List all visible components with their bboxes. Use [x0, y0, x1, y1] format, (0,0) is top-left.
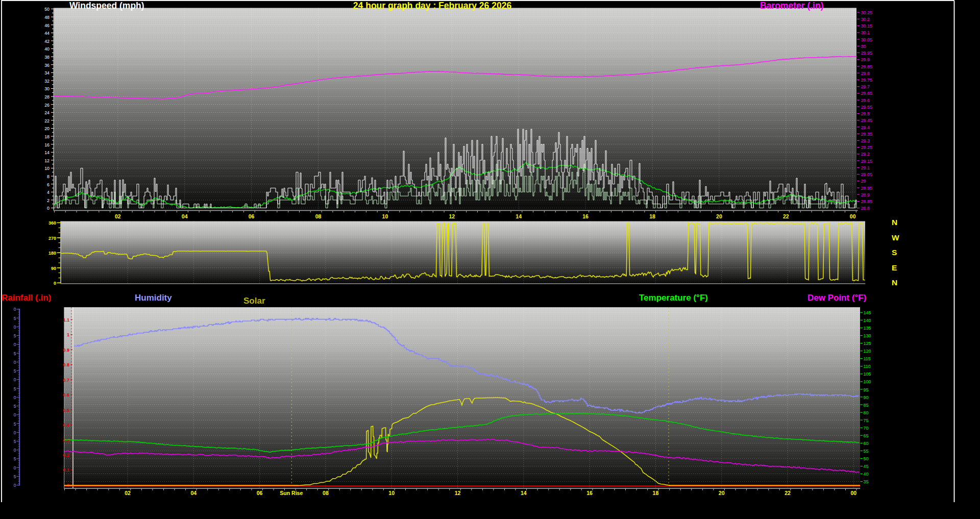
svg-text:N: N	[892, 278, 897, 287]
svg-text:28.85: 28.85	[861, 199, 873, 204]
svg-text:55: 55	[864, 449, 869, 454]
svg-text:360: 360	[48, 220, 56, 226]
svg-text:29.35: 29.35	[861, 132, 873, 137]
svg-text:60: 60	[864, 441, 869, 446]
svg-text:8: 8	[47, 174, 50, 179]
svg-text:1.1: 1.1	[63, 317, 69, 323]
svg-text:0: 0	[47, 206, 50, 211]
svg-text:Solar: Solar	[243, 296, 265, 306]
svg-text:6: 6	[47, 182, 50, 187]
svg-text:1: 1	[67, 332, 69, 337]
svg-text:29.75: 29.75	[861, 78, 873, 83]
svg-text:0.1: 0.1	[63, 467, 69, 473]
svg-text:80: 80	[864, 410, 869, 415]
svg-text:5: 5	[14, 316, 16, 321]
svg-text:29.9: 29.9	[861, 57, 870, 62]
svg-text:29.8: 29.8	[861, 71, 870, 76]
svg-text:0.7: 0.7	[63, 378, 69, 383]
svg-text:5: 5	[14, 368, 16, 374]
svg-text:30.2: 30.2	[861, 17, 870, 22]
svg-text:35: 35	[864, 479, 869, 484]
svg-text:29.6: 29.6	[861, 98, 870, 103]
svg-text:32: 32	[44, 79, 50, 84]
svg-text:02: 02	[115, 213, 121, 219]
svg-text:5: 5	[14, 456, 16, 461]
svg-text:16: 16	[44, 142, 50, 147]
svg-text:5: 5	[14, 386, 16, 391]
svg-text:50: 50	[864, 456, 869, 461]
svg-text:12: 12	[455, 490, 461, 496]
svg-text:90: 90	[51, 266, 56, 271]
svg-text:Humidity: Humidity	[135, 293, 172, 303]
svg-text:0: 0	[54, 281, 56, 286]
svg-text:0: 0	[14, 448, 16, 453]
svg-text:30.15: 30.15	[861, 23, 873, 29]
svg-text:36: 36	[44, 63, 50, 68]
svg-text:29.85: 29.85	[861, 64, 873, 69]
svg-text:70: 70	[864, 426, 869, 431]
svg-text:29.7: 29.7	[861, 84, 870, 89]
svg-text:0: 0	[14, 465, 16, 471]
svg-text:29.1: 29.1	[861, 165, 870, 170]
svg-text:16: 16	[582, 213, 589, 219]
svg-text:00: 00	[850, 490, 856, 496]
svg-text:115: 115	[864, 356, 871, 361]
svg-text:30.25: 30.25	[861, 10, 873, 15]
svg-text:5: 5	[14, 474, 16, 479]
svg-text:18: 18	[44, 134, 50, 139]
svg-text:5: 5	[14, 422, 16, 427]
svg-text:270: 270	[48, 236, 56, 241]
svg-text:N: N	[892, 218, 897, 227]
svg-text:29.95: 29.95	[861, 51, 873, 56]
svg-text:24: 24	[44, 110, 50, 115]
svg-text:12: 12	[44, 158, 50, 163]
svg-text:29.2: 29.2	[861, 152, 870, 157]
svg-text:75: 75	[864, 418, 869, 423]
svg-text:22: 22	[785, 490, 791, 496]
svg-text:12: 12	[449, 213, 455, 219]
svg-text:5: 5	[14, 351, 16, 356]
svg-text:29.55: 29.55	[861, 105, 873, 110]
svg-text:14: 14	[44, 150, 50, 155]
svg-text:65: 65	[864, 433, 869, 438]
svg-text:0.8: 0.8	[63, 362, 69, 367]
svg-text:Barometer (.in): Barometer (.in)	[760, 1, 823, 11]
svg-text:46: 46	[44, 23, 50, 28]
svg-text:Windspeed (mph): Windspeed (mph)	[69, 1, 144, 11]
svg-text:29.3: 29.3	[861, 138, 870, 143]
svg-text:5: 5	[14, 333, 16, 338]
svg-text:14: 14	[516, 213, 522, 219]
svg-text:135: 135	[864, 326, 871, 331]
svg-text:38: 38	[44, 55, 50, 60]
svg-text:0: 0	[14, 377, 16, 382]
svg-text:30: 30	[44, 86, 50, 91]
svg-text:0.5: 0.5	[63, 408, 69, 413]
svg-text:29.65: 29.65	[861, 91, 873, 96]
svg-text:30: 30	[861, 44, 866, 49]
svg-text:45: 45	[864, 464, 869, 469]
svg-text:2: 2	[47, 198, 50, 203]
svg-text:90: 90	[864, 395, 869, 400]
svg-text:06: 06	[249, 213, 255, 219]
svg-text:0: 0	[14, 430, 16, 435]
svg-text:10: 10	[382, 213, 388, 219]
svg-text:18: 18	[649, 213, 655, 219]
svg-text:130: 130	[864, 333, 871, 338]
svg-text:Sun Rise: Sun Rise	[280, 490, 303, 496]
svg-text:29.15: 29.15	[861, 159, 873, 164]
svg-text:Dew Point (°F): Dew Point (°F)	[807, 293, 866, 303]
svg-text:06: 06	[257, 490, 263, 496]
svg-text:Temperature (°F): Temperature (°F)	[639, 293, 708, 303]
svg-text:0: 0	[14, 412, 16, 417]
svg-text:24 hour graph day : February 2: 24 hour graph day : February 26 2026	[353, 1, 512, 11]
svg-text:02: 02	[125, 490, 131, 496]
svg-text:S: S	[892, 248, 897, 257]
svg-text:00: 00	[850, 213, 856, 219]
svg-text:85: 85	[864, 403, 869, 408]
svg-text:180: 180	[48, 251, 56, 256]
svg-text:20: 20	[719, 490, 725, 496]
svg-text:95: 95	[864, 387, 869, 392]
svg-text:16: 16	[586, 490, 593, 496]
svg-text:5: 5	[14, 439, 16, 444]
svg-text:04: 04	[182, 213, 188, 219]
